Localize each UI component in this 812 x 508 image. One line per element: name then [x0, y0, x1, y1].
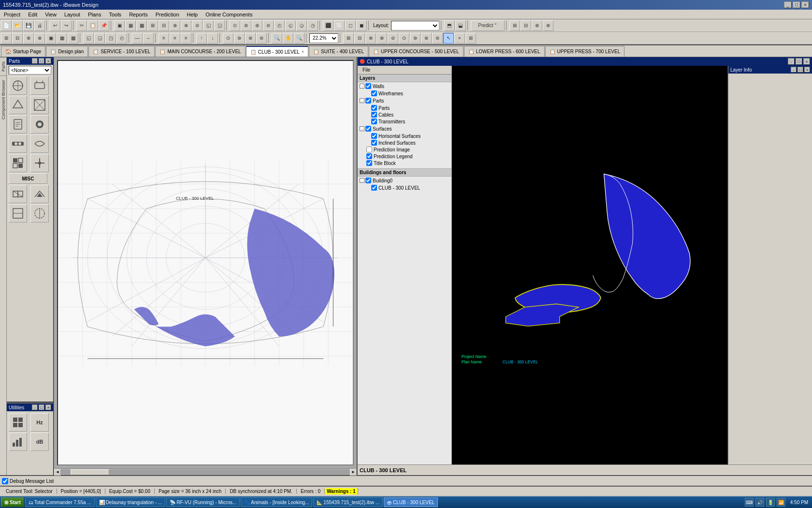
tb2-b32[interactable]: ⌖ — [454, 33, 465, 44]
tb-b25[interactable]: ⊞ — [509, 20, 520, 31]
tb2-b28[interactable]: ⊙ — [399, 33, 409, 44]
tab-upper-700[interactable]: 📋 UPPER PRESS - 700 LEVEL — [545, 46, 625, 57]
tab-design-plan[interactable]: 📋 Design plan — [46, 46, 88, 57]
tb2-b12[interactable]: — — [132, 33, 143, 44]
tb2-b25[interactable]: ⊕ — [365, 33, 376, 44]
tab-service-100[interactable]: 📋 SERVICE - 100 LEVEL — [88, 46, 155, 57]
parts-icon-7[interactable] — [9, 134, 27, 153]
menu-online-components[interactable]: Online Components — [202, 11, 256, 18]
start-button[interactable]: ⊞ Start — [1, 497, 24, 507]
tab-startup[interactable]: 🏠 Startup Page — [1, 46, 45, 57]
tb2-b30[interactable]: ⊛ — [421, 33, 432, 44]
layout-combo[interactable] — [391, 21, 439, 30]
tab-club300-close[interactable]: × — [302, 49, 304, 54]
tb2-align-right[interactable]: ≡ — [181, 33, 191, 44]
taskbar-icon-4[interactable]: 📶 — [777, 498, 785, 507]
tb-b10[interactable]: ◲ — [214, 20, 225, 31]
parts-sub-checkbox[interactable] — [371, 105, 377, 111]
taskbar-icon-2[interactable]: 🔊 — [755, 498, 764, 507]
parts-maximize-btn[interactable]: □ — [39, 58, 44, 64]
debug-checkbox[interactable] — [2, 478, 8, 484]
menu-layout[interactable]: Layout — [60, 11, 84, 18]
parts-close-btn[interactable]: × — [45, 58, 51, 64]
tb-b19[interactable]: ⬛ — [323, 20, 334, 31]
tb2-b10[interactable]: ◳ — [105, 33, 116, 44]
parts-icon-14[interactable] — [30, 204, 49, 223]
scroll-left-btn[interactable]: ◄ — [54, 469, 61, 476]
util-icon-db[interactable]: dB — [30, 433, 49, 451]
tb2-b1[interactable]: ⊞ — [1, 33, 12, 44]
tb-b4[interactable]: ⊞ — [147, 20, 158, 31]
tb2-b16[interactable]: ⊙ — [223, 33, 233, 44]
parts-icon-13[interactable] — [9, 204, 27, 223]
parts-icon-8[interactable] — [30, 134, 49, 153]
tb2-b13[interactable]: – — [143, 33, 154, 44]
tb2-align-left[interactable]: ≡ — [159, 33, 169, 44]
tb2-selector[interactable]: ↖ — [443, 33, 454, 44]
tb2-b31[interactable]: ⊜ — [432, 33, 443, 44]
title-bar-controls[interactable]: _ □ × — [784, 1, 809, 8]
tb-b14[interactable]: ⊜ — [263, 20, 274, 31]
taskbar-item-club300[interactable]: 🏟 CLUB - 300 LEVEL — [384, 497, 438, 507]
tb2-b19[interactable]: ⊜ — [256, 33, 267, 44]
tb2-b23[interactable]: ⊞ — [343, 33, 354, 44]
tb-b1[interactable]: ▣ — [114, 20, 125, 31]
parts-icon-3[interactable] — [9, 96, 27, 114]
layer-info-close[interactable]: × — [804, 67, 810, 73]
utils-minimize-btn[interactable]: - — [32, 404, 38, 410]
taskbar-item-animals[interactable]: 🐾 Animals - [Inside Looking... — [241, 497, 312, 507]
parts-icon-4[interactable] — [30, 96, 49, 114]
building0-expander[interactable]: - — [360, 178, 364, 183]
minimize-btn[interactable]: _ — [784, 1, 792, 8]
cables-checkbox[interactable] — [371, 112, 377, 118]
tb2-b21[interactable]: ✋ — [283, 33, 293, 44]
tb-b28[interactable]: ⊗ — [543, 20, 553, 31]
tb-print[interactable]: 🖨 — [34, 20, 45, 31]
tb-b17[interactable]: ◶ — [296, 20, 307, 31]
tb-b22[interactable]: ◼ — [356, 20, 367, 31]
menu-help[interactable]: Help — [183, 11, 202, 18]
tab-club-300[interactable]: 📋 CLUB - 300 LEVEL × — [246, 46, 308, 57]
tb-copy[interactable]: 📋 — [87, 20, 98, 31]
prediction-image-checkbox[interactable] — [366, 147, 372, 152]
tb-b21[interactable]: ◻ — [345, 20, 356, 31]
tb-redo[interactable]: ↪ — [61, 20, 72, 31]
surfaces-expander[interactable]: - — [360, 126, 364, 131]
taskbar-item-rfvu[interactable]: 📡 RF-VU (Running) - Micros... — [166, 497, 240, 507]
tb-b18[interactable]: ◷ — [307, 20, 318, 31]
tb2-b24[interactable]: ⊟ — [354, 33, 365, 44]
walls-checkbox[interactable] — [365, 83, 371, 89]
menu-plans[interactable]: Plans — [84, 11, 105, 18]
parts-icon-12[interactable] — [30, 185, 49, 203]
utils-maximize-btn[interactable]: □ — [39, 404, 44, 410]
parts-icon-2[interactable] — [30, 76, 49, 95]
tb2-b27[interactable]: ⊘ — [388, 33, 398, 44]
scroll-right-btn[interactable]: ► — [350, 469, 357, 476]
menu-prediction[interactable]: Prediction — [152, 11, 183, 18]
tb2-b4[interactable]: ⊗ — [34, 33, 45, 44]
tb2-align-center[interactable]: ≡ — [170, 33, 180, 44]
tab-lower-600[interactable]: 📋 LOWER PRESS - 600 LEVEL — [464, 46, 545, 57]
tb2-b14[interactable]: ↑ — [196, 33, 207, 44]
parts-minimize-btn[interactable]: - — [32, 58, 38, 64]
horizontal-surfaces-checkbox[interactable] — [371, 133, 377, 139]
parts-expander[interactable]: - — [360, 98, 364, 103]
parts-icon-misc[interactable]: MISC — [9, 173, 47, 184]
parts-layer-checkbox[interactable] — [365, 98, 371, 104]
title-block-checkbox[interactable] — [366, 160, 372, 166]
parts-icon-6[interactable] — [30, 115, 49, 134]
tb-undo[interactable]: ↩ — [50, 20, 60, 31]
taskbar-item-ibwave[interactable]: 📐 155439.715_test(2).ibw ... — [313, 497, 383, 507]
building0-checkbox[interactable] — [365, 178, 371, 183]
tb-new[interactable]: 📄 — [1, 20, 12, 31]
scroll-thumb[interactable] — [71, 469, 109, 475]
tb2-b5[interactable]: ▣ — [45, 33, 56, 44]
tb2-b9[interactable]: ◲ — [94, 33, 105, 44]
tb-b2[interactable]: ▦ — [125, 20, 136, 31]
menu-tools[interactable]: Tools — [105, 11, 125, 18]
prediction-legend-checkbox[interactable] — [366, 153, 372, 159]
tb2-b22[interactable]: 🔍 — [294, 33, 304, 44]
tab-upper-500[interactable]: 📋 UPPER CONCOURSE - 500 LEVEL — [369, 46, 464, 57]
tb-b20[interactable]: ⬜ — [334, 20, 345, 31]
layer-info-minimize[interactable]: - — [791, 67, 797, 73]
